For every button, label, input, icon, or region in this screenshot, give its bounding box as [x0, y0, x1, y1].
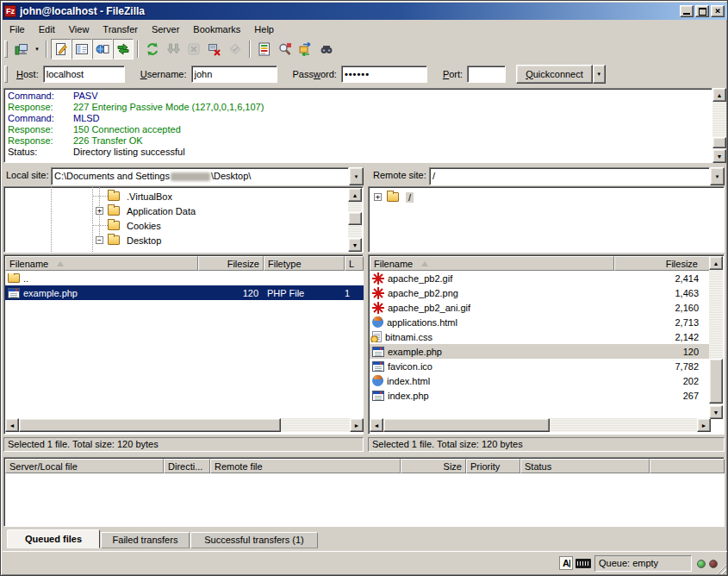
- compare-directories-button[interactable]: [275, 39, 296, 59]
- cancel-button[interactable]: [184, 39, 204, 59]
- username-input[interactable]: john: [191, 66, 277, 83]
- quickconnect-drag-handle[interactable]: [4, 66, 8, 83]
- tree-item-label[interactable]: Cookies: [127, 221, 161, 231]
- column-header-filename[interactable]: Filename: [5, 256, 198, 271]
- menu-view[interactable]: View: [62, 22, 96, 36]
- file-row-selected[interactable]: example.php 120 PHP File 1: [5, 285, 364, 300]
- refresh-button[interactable]: [142, 39, 163, 59]
- process-queue-button[interactable]: [163, 39, 184, 59]
- abort-button[interactable]: [225, 39, 246, 59]
- tab-queued-files[interactable]: Queued files: [7, 529, 100, 548]
- scroll-right-icon[interactable]: [697, 418, 711, 432]
- tree-item[interactable]: Desktop: [4, 233, 363, 247]
- file-row[interactable]: index.html202: [370, 373, 711, 388]
- scroll-down-icon[interactable]: [712, 149, 726, 163]
- scroll-left-icon[interactable]: [370, 418, 383, 432]
- menu-help[interactable]: Help: [247, 22, 281, 36]
- toggle-local-tree-button[interactable]: [72, 39, 92, 59]
- tree-item-label[interactable]: Application Data: [127, 206, 196, 216]
- tree-item-label[interactable]: .VirtualBox: [127, 191, 172, 202]
- menu-bookmarks[interactable]: Bookmarks: [186, 22, 247, 36]
- tree-item[interactable]: Application Data: [4, 203, 363, 218]
- column-header-size[interactable]: Size: [401, 459, 466, 473]
- remote-site-path[interactable]: /: [429, 167, 710, 185]
- expand-icon[interactable]: [374, 193, 382, 201]
- local-site-path[interactable]: C:\Documents and Settings\Desktop\: [51, 167, 349, 185]
- column-header-status[interactable]: Status: [520, 459, 650, 473]
- column-header-server-local-file[interactable]: Server/Local file: [5, 459, 164, 473]
- maximize-button[interactable]: [695, 5, 709, 17]
- remote-list-hscrollbar[interactable]: [370, 418, 711, 432]
- local-tree-scrollbar[interactable]: [348, 188, 362, 252]
- column-header-remote-file[interactable]: Remote file: [210, 459, 401, 473]
- synchronized-browsing-button[interactable]: [296, 39, 316, 59]
- scroll-down-icon[interactable]: [348, 238, 362, 252]
- tree-item[interactable]: .VirtualBox: [4, 189, 363, 203]
- scroll-thumb[interactable]: [712, 137, 726, 148]
- file-row[interactable]: ..: [5, 271, 364, 285]
- host-input[interactable]: localhost: [43, 66, 125, 83]
- log-scrollbar[interactable]: [712, 88, 726, 163]
- scroll-thumb[interactable]: [348, 212, 362, 225]
- file-row[interactable]: bitnami.css2,142: [370, 329, 711, 344]
- close-button[interactable]: ×: [711, 5, 725, 17]
- local-site-dropdown[interactable]: [349, 167, 364, 185]
- column-header-filename[interactable]: Filename: [370, 256, 614, 271]
- file-row[interactable]: index.php267: [370, 388, 711, 403]
- scroll-left-icon[interactable]: [5, 418, 19, 432]
- scroll-up-icon[interactable]: [348, 188, 362, 202]
- tab-failed-transfers[interactable]: Failed transfers: [101, 532, 190, 548]
- column-header-filesize[interactable]: Filesize: [198, 256, 264, 271]
- minimize-button[interactable]: [680, 5, 694, 17]
- column-header-direction[interactable]: Directi...: [164, 459, 210, 473]
- filter-button[interactable]: [254, 39, 275, 59]
- scroll-down-icon[interactable]: [709, 405, 723, 419]
- remote-list-vscrollbar[interactable]: [709, 256, 723, 419]
- collapse-icon[interactable]: [96, 236, 103, 244]
- file-row[interactable]: apache_pb2_ani.gif2,160: [370, 300, 711, 315]
- toolbar-drag-handle[interactable]: [4, 41, 8, 58]
- scroll-thumb[interactable]: [19, 418, 281, 432]
- scroll-thumb[interactable]: [383, 418, 550, 432]
- quickconnect-dropdown[interactable]: [593, 65, 606, 84]
- local-list-hscrollbar[interactable]: [5, 418, 364, 432]
- menu-server[interactable]: Server: [145, 22, 186, 36]
- site-manager-button[interactable]: [11, 39, 32, 59]
- file-row[interactable]: apache_pb2.png1,463: [370, 285, 711, 300]
- menu-transfer[interactable]: Transfer: [96, 22, 145, 36]
- scroll-thumb[interactable]: [709, 359, 723, 404]
- scroll-up-icon[interactable]: [709, 256, 723, 270]
- password-input[interactable]: ••••••: [341, 66, 427, 83]
- toggle-remote-tree-button[interactable]: [92, 39, 113, 59]
- expand-icon[interactable]: [96, 207, 103, 215]
- tree-item-label[interactable]: Desktop: [127, 235, 161, 246]
- column-header-filesize[interactable]: Filesize: [614, 256, 711, 271]
- find-files-button[interactable]: [316, 39, 337, 59]
- column-header-lastmodified[interactable]: L: [345, 256, 364, 271]
- local-selection-status: Selected 1 file. Total size: 120 bytes: [3, 437, 364, 452]
- scroll-right-icon[interactable]: [350, 418, 364, 432]
- tree-item[interactable]: Cookies: [4, 218, 363, 233]
- local-site-combo[interactable]: C:\Documents and Settings\Desktop\: [51, 167, 364, 185]
- remote-site-dropdown[interactable]: [710, 167, 725, 185]
- file-row-selected[interactable]: example.php120: [370, 344, 711, 359]
- remote-site-combo[interactable]: /: [429, 167, 725, 185]
- file-row[interactable]: applications.html2,713: [370, 315, 711, 329]
- column-header-priority[interactable]: Priority: [466, 459, 520, 473]
- tree-item-label[interactable]: /: [406, 192, 414, 203]
- scroll-up-icon[interactable]: [712, 88, 726, 102]
- tree-item[interactable]: /: [369, 190, 724, 204]
- site-manager-dropdown[interactable]: [32, 39, 42, 59]
- port-input[interactable]: [467, 66, 506, 83]
- file-row[interactable]: favicon.ico7,782: [370, 359, 711, 373]
- menu-file[interactable]: File: [3, 22, 32, 36]
- tab-successful-transfers[interactable]: Successful transfers (1): [190, 532, 318, 548]
- file-row[interactable]: apache_pb2.gif2,414: [370, 271, 711, 285]
- quickconnect-button[interactable]: Quickconnect: [516, 65, 593, 84]
- toggle-queue-button[interactable]: [113, 39, 134, 59]
- disconnect-button[interactable]: [204, 39, 225, 59]
- titlebar[interactable]: Fz john@localhost - FileZilla ×: [3, 3, 727, 20]
- toggle-message-log-button[interactable]: [51, 39, 72, 59]
- menu-edit[interactable]: Edit: [32, 22, 62, 36]
- column-header-filetype[interactable]: Filetype: [264, 256, 345, 271]
